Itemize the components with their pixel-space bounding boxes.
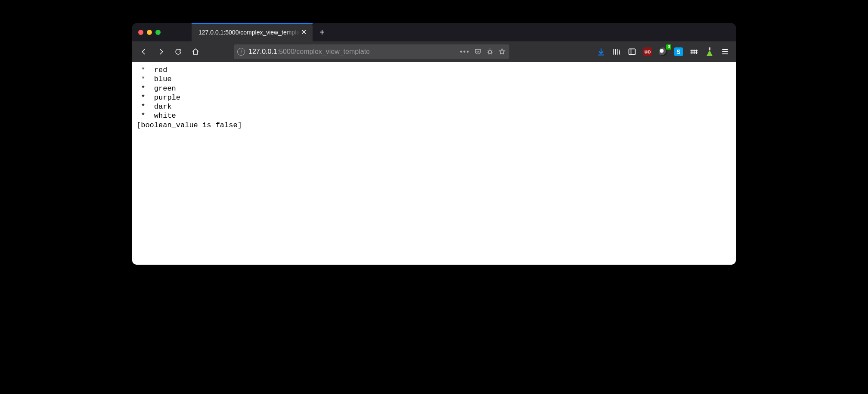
flask-icon[interactable] xyxy=(705,47,714,56)
nav-bar: i 127.0.0.1:5000/complex_view_template •… xyxy=(132,41,736,62)
window-maximize-button[interactable] xyxy=(155,30,161,35)
page-viewport: * red * blue * green * purple * dark * w… xyxy=(132,62,736,265)
library-icon[interactable] xyxy=(612,47,621,56)
reload-button[interactable] xyxy=(171,44,186,59)
new-tab-button[interactable]: + xyxy=(315,25,329,39)
s-extension-icon[interactable]: S xyxy=(674,47,683,56)
url-port: :5000 xyxy=(277,48,294,55)
badger-count: 0 xyxy=(666,44,671,50)
browser-window: 127.0.0.1:5000/complex_view_templa ✕ + i… xyxy=(132,23,736,265)
ublock-icon[interactable]: uo xyxy=(643,47,652,56)
address-actions: ••• xyxy=(460,48,506,56)
tab-title: 127.0.0.1:5000/complex_view_templa xyxy=(198,29,300,36)
tab-close-button[interactable]: ✕ xyxy=(300,28,307,36)
site-info-icon[interactable]: i xyxy=(237,48,245,56)
back-button[interactable] xyxy=(136,44,151,59)
url-host: 127.0.0.1 xyxy=(248,48,277,55)
window-controls xyxy=(138,30,161,35)
tab-strip: 127.0.0.1:5000/complex_view_templa ✕ + xyxy=(132,23,736,41)
home-button[interactable] xyxy=(188,44,203,59)
app-menu-button[interactable] xyxy=(720,47,730,56)
bug-icon[interactable] xyxy=(486,48,494,56)
toolbar-extensions: uo 0 S xyxy=(596,47,732,56)
downloads-icon[interactable] xyxy=(596,47,606,56)
forward-button[interactable] xyxy=(154,44,168,59)
url-path: /complex_view_template xyxy=(294,48,370,55)
browser-tab[interactable]: 127.0.0.1:5000/complex_view_templa ✕ xyxy=(192,23,313,41)
privacy-badger-icon[interactable]: 0 xyxy=(658,47,668,56)
url-text: 127.0.0.1:5000/complex_view_template xyxy=(248,48,456,56)
window-close-button[interactable] xyxy=(138,30,143,35)
svg-point-0 xyxy=(488,50,492,54)
page-body-text: * red * blue * green * purple * dark * w… xyxy=(136,66,732,130)
address-bar[interactable]: i 127.0.0.1:5000/complex_view_template •… xyxy=(234,44,509,59)
window-minimize-button[interactable] xyxy=(147,30,152,35)
sidebar-icon[interactable] xyxy=(627,47,637,56)
bookmark-star-icon[interactable] xyxy=(498,48,506,56)
pocket-icon[interactable] xyxy=(474,48,482,56)
svg-rect-1 xyxy=(629,49,636,54)
page-actions-icon[interactable]: ••• xyxy=(460,48,470,56)
fence-icon[interactable] xyxy=(689,47,699,56)
